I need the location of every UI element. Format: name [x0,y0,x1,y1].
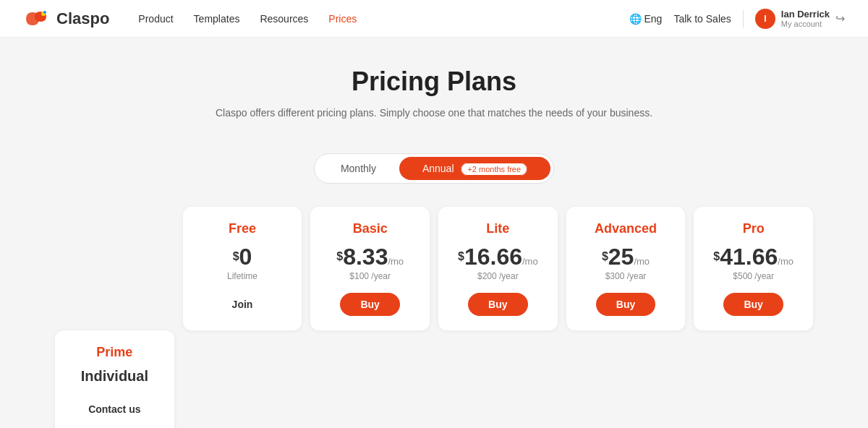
plan-price-prime: Individual [67,369,163,383]
plan-card-free: Free $0 Lifetime Join [183,207,302,330]
plan-btn-basic[interactable]: Buy [340,293,399,316]
plan-card-advanced: Advanced $25/mo $300 /year Buy [566,207,686,330]
hero-subtitle: Claspo offers different pricing plans. S… [14,107,854,119]
plan-year-lite: $200 /year [450,271,546,281]
plan-card-lite: Lite $16.66/mo $200 /year Buy [438,207,558,330]
talk-to-sales-link[interactable]: Talk to Sales [673,13,731,25]
navbar: Claspo Product Templates Resources Price… [0,0,868,38]
nav-links: Product Templates Resources Prices [138,13,605,25]
hero-section: Pricing Plans Claspo offers different pr… [0,38,868,136]
plan-btn-pro[interactable]: Buy [723,293,783,316]
plan-year-basic: $100 /year [322,271,418,281]
plan-card-prime: Prime Individual Contact us [55,330,174,428]
globe-icon: 🌐 [629,13,642,25]
pricing-cards-row: Free $0 Lifetime Join Basic $8.33/mo $10… [51,207,817,428]
nav-resources[interactable]: Resources [260,13,308,25]
plan-card-basic: Basic $8.33/mo $100 /year Buy [310,207,430,330]
nav-templates[interactable]: Templates [194,13,240,25]
plan-name-lite: Lite [450,221,546,236]
lang-label: Eng [644,13,663,25]
toggle-container: Monthly Annual +2 months free [314,153,554,184]
plan-btn-lite[interactable]: Buy [468,293,527,316]
pricing-cards-section: Free $0 Lifetime Join Basic $8.33/mo $10… [36,207,832,428]
nav-right: 🌐 Eng Talk to Sales I Ian Derrick My acc… [629,9,846,29]
plan-name-basic: Basic [322,221,418,236]
svg-point-1 [43,11,46,14]
plan-name-pro: Pro [705,221,801,236]
plan-price-free: $0 [195,245,291,268]
plan-price-basic: $8.33/mo [322,245,418,268]
logout-icon: ↪ [835,12,845,25]
logo-icon [23,9,51,28]
user-icon: I [755,9,775,29]
free-months-badge: +2 months free [461,163,527,176]
plan-year-pro: $500 /year [705,271,801,281]
billing-toggle: Monthly Annual +2 months free [0,153,868,184]
my-account-label: My account [781,20,830,28]
nav-prices[interactable]: Prices [328,13,357,25]
page-title: Pricing Plans [14,67,854,97]
plan-btn-advanced[interactable]: Buy [596,293,655,316]
annual-toggle[interactable]: Annual +2 months free [399,157,550,180]
plan-name-free: Free [195,221,291,236]
plan-price-advanced: $25/mo [578,245,674,268]
nav-divider [743,10,744,27]
plan-price-pro: $41.66/mo [705,245,801,268]
plan-price-lite: $16.66/mo [450,245,546,268]
plan-name-advanced: Advanced [578,221,674,236]
logo[interactable]: Claspo [23,9,109,28]
plan-name-prime: Prime [67,345,163,360]
user-menu[interactable]: I Ian Derrick My account ↪ [755,9,845,29]
language-selector[interactable]: 🌐 Eng [629,13,663,25]
user-name: Ian Derrick [781,9,830,20]
logo-text: Claspo [56,9,109,28]
nav-product[interactable]: Product [138,13,173,25]
plan-year-advanced: $300 /year [578,271,674,281]
card-spacer [55,207,174,330]
monthly-toggle[interactable]: Monthly [318,157,399,180]
plan-year-free: Lifetime [195,271,291,281]
plan-btn-prime[interactable]: Contact us [68,398,161,421]
plan-btn-free[interactable]: Join [212,293,273,316]
plan-card-pro: Pro $41.66/mo $500 /year Buy [694,207,813,330]
